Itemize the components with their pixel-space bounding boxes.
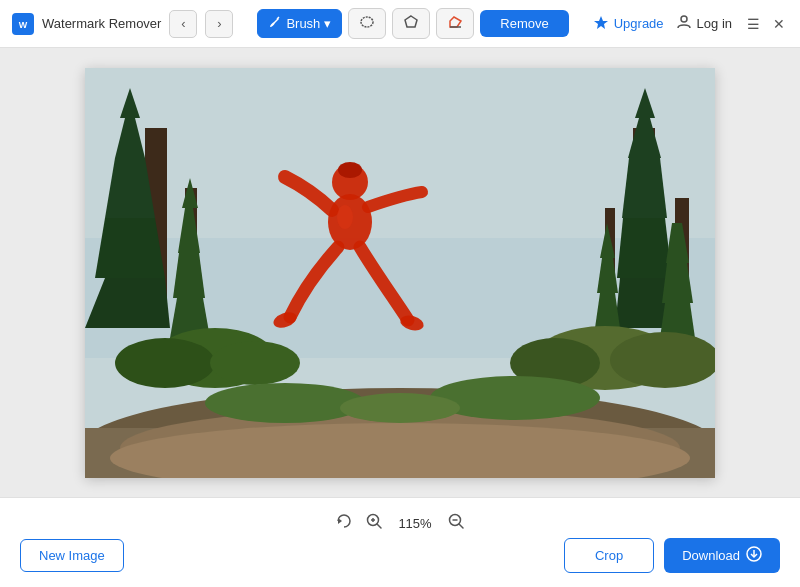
canvas-bg: [85, 68, 715, 478]
svg-line-57: [377, 524, 381, 528]
close-icon[interactable]: ✕: [770, 15, 788, 33]
user-icon: [676, 14, 692, 33]
lasso-icon: [359, 14, 375, 33]
nav-forward-button[interactable]: ›: [205, 10, 233, 38]
upgrade-button[interactable]: Upgrade: [593, 14, 664, 33]
lasso-tool-button[interactable]: [348, 8, 386, 39]
titlebar-left: W Watermark Remover ‹ ›: [12, 10, 233, 38]
polygon-icon: [403, 14, 419, 33]
svg-point-46: [340, 393, 460, 423]
brush-tool-button[interactable]: Brush ▾: [257, 9, 342, 38]
login-button[interactable]: Log in: [676, 14, 732, 33]
toolbar-center: Brush ▾: [257, 8, 568, 39]
zoom-value: 115%: [395, 516, 435, 531]
bottom-bar: 115% New Image Crop Download: [0, 497, 800, 587]
new-image-button[interactable]: New Image: [20, 539, 124, 572]
svg-point-3: [361, 17, 373, 27]
red-figure-overlay: [260, 152, 440, 372]
brush-dropdown-icon: ▾: [324, 16, 331, 31]
svg-point-52: [337, 205, 353, 229]
zoom-row: 115%: [20, 498, 780, 534]
svg-line-60: [459, 524, 463, 528]
app-title: Watermark Remover: [42, 16, 161, 31]
nav-back-button[interactable]: ‹: [169, 10, 197, 38]
svg-marker-25: [622, 158, 667, 218]
svg-point-6: [681, 16, 687, 22]
download-icon: [746, 546, 762, 565]
right-actions: Crop Download: [564, 538, 780, 573]
brush-icon: [268, 15, 282, 32]
canvas-container[interactable]: [85, 68, 715, 478]
zoom-out-button[interactable]: [447, 512, 465, 534]
titlebar: W Watermark Remover ‹ › Brush ▾: [0, 0, 800, 48]
remove-button[interactable]: Remove: [480, 10, 568, 37]
svg-marker-53: [338, 518, 342, 524]
menu-icon[interactable]: ☰: [744, 15, 762, 33]
window-controls: ☰ ✕: [744, 15, 788, 33]
svg-line-2: [277, 17, 279, 19]
action-row: New Image Crop Download: [20, 538, 780, 587]
crop-button[interactable]: Crop: [564, 538, 654, 573]
erase-tool-button[interactable]: [436, 8, 474, 39]
svg-text:W: W: [19, 20, 28, 30]
svg-point-48: [338, 162, 362, 178]
erase-icon: [447, 14, 463, 33]
download-button[interactable]: Download: [664, 538, 780, 573]
svg-point-37: [115, 338, 215, 388]
rotate-button[interactable]: [335, 512, 353, 534]
upgrade-icon: [593, 14, 609, 33]
svg-marker-13: [95, 218, 165, 278]
svg-point-44: [205, 383, 365, 423]
brush-label: Brush: [286, 16, 320, 31]
download-label: Download: [682, 548, 740, 563]
svg-marker-5: [594, 16, 608, 29]
login-label: Log in: [697, 16, 732, 31]
main-canvas-area: [0, 48, 800, 497]
svg-marker-24: [617, 218, 672, 278]
polygon-tool-button[interactable]: [392, 8, 430, 39]
svg-point-40: [610, 332, 715, 388]
zoom-in-button[interactable]: [365, 512, 383, 534]
titlebar-right: Upgrade Log in ☰ ✕: [593, 14, 788, 33]
upgrade-label: Upgrade: [614, 16, 664, 31]
app-icon: W: [12, 13, 34, 35]
